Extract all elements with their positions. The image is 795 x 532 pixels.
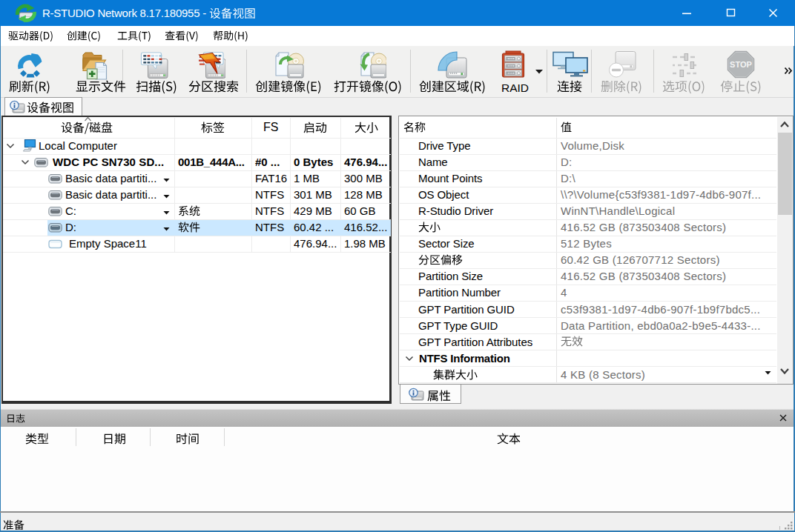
svg-text:STOP: STOP [730,60,752,69]
